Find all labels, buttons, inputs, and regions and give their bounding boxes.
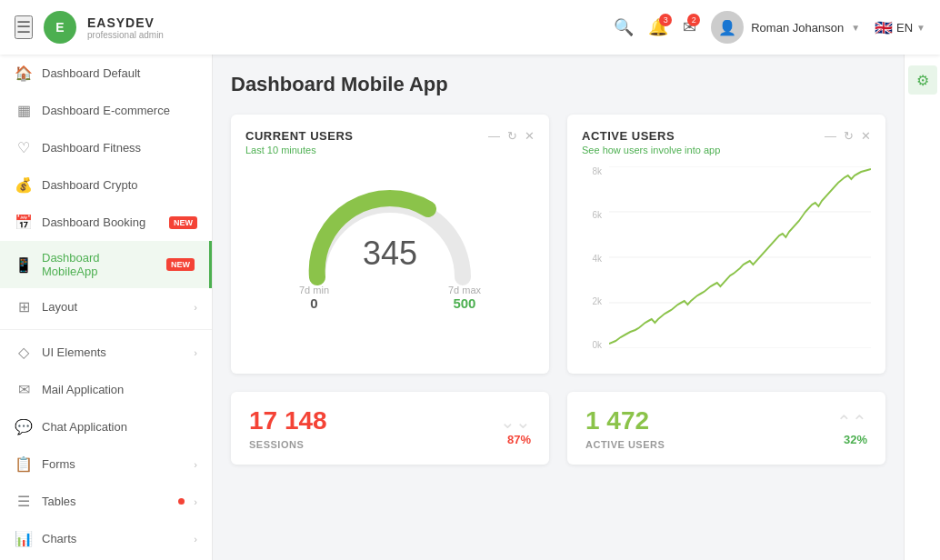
gauge-min-value: 0: [299, 295, 329, 311]
active-users-title: ACTIVE USERS: [582, 129, 720, 143]
sidebar-item-tables[interactable]: ☰ Tables ›: [0, 483, 212, 520]
y-label-6k: 6k: [592, 210, 602, 220]
minimize-button[interactable]: —: [488, 129, 500, 143]
close-button[interactable]: ✕: [525, 129, 535, 143]
stat-trend-area: ⌄⌄ 87%: [500, 411, 531, 446]
sidebar-label: Dashboard Crypto: [42, 178, 197, 192]
lang-chevron: ▼: [916, 23, 925, 33]
user-menu[interactable]: 👤 Roman Johanson ▼: [711, 11, 860, 44]
stat-info: 17 148 SESSIONS: [249, 406, 327, 450]
brand-name: EASYDEV: [87, 15, 164, 30]
sidebar-label: Charts: [42, 532, 185, 545]
gauge-max: 7d max 500: [448, 285, 481, 311]
y-label-8k: 8k: [592, 166, 602, 176]
language-selector[interactable]: 🇬🇧 EN ▼: [875, 19, 925, 36]
new-badge: NEW: [169, 216, 197, 229]
card-header: ACTIVE USERS See how users involve into …: [582, 129, 871, 155]
sidebar-item-dashboard-fitness[interactable]: ♡ Dashboard Fitness: [0, 129, 212, 166]
trend-down-icon: ⌄⌄: [500, 411, 531, 433]
sidebar-item-dashboard-booking[interactable]: 📅 Dashboard Booking NEW: [0, 204, 212, 241]
new-badge: NEW: [166, 258, 195, 271]
sidebar-label: Dashboard Default: [42, 66, 197, 80]
lang-text: EN: [896, 21, 913, 35]
right-panel: ⚙: [904, 55, 940, 560]
y-label-0k: 0k: [592, 340, 602, 350]
sidebar-label: Mail Application: [42, 383, 197, 396]
sessions-label: SESSIONS: [249, 439, 327, 450]
chevron-right-icon: ›: [194, 459, 197, 470]
sidebar-item-layout[interactable]: ⊞ Layout ›: [0, 288, 212, 325]
chat-icon: 💬: [15, 418, 33, 435]
sessions-trend-pct: 87%: [500, 433, 531, 446]
gauge-value: 345: [363, 235, 417, 273]
top-cards-row: CURRENT USERS Last 10 minutes — ↻ ✕: [231, 115, 885, 374]
sidebar-label: Layout: [42, 300, 185, 314]
crypto-icon: 💰: [15, 176, 33, 194]
y-label-4k: 4k: [592, 254, 602, 264]
sidebar-item-dashboard-ecommerce[interactable]: ▦ Dashboard E-commerce: [0, 92, 212, 129]
chevron-right-icon: ›: [194, 302, 197, 313]
current-users-title: CURRENT USERS: [245, 129, 353, 143]
card-header: CURRENT USERS Last 10 minutes — ↻ ✕: [245, 129, 535, 155]
grid-icon: ▦: [15, 102, 33, 119]
home-icon: 🏠: [15, 65, 33, 82]
notification-badge: 3: [659, 14, 672, 26]
logo-text: E: [55, 20, 64, 35]
fitness-icon: ♡: [15, 139, 33, 156]
card-actions: — ↻ ✕: [825, 129, 871, 143]
active-users-card: ACTIVE USERS See how users involve into …: [567, 115, 885, 374]
sidebar-item-mail-application[interactable]: ✉ Mail Application: [0, 371, 212, 408]
gauge-min: 7d min 0: [299, 285, 329, 311]
ui-elements-icon: ◇: [15, 344, 33, 361]
booking-icon: 📅: [15, 214, 33, 231]
refresh-button[interactable]: ↻: [844, 129, 854, 143]
sidebar-item-ui-elements[interactable]: ◇ UI Elements ›: [0, 334, 212, 371]
top-header: ☰ E EASYDEV professional admin 🔍 🔔 3 ✉ 2…: [0, 0, 940, 55]
sidebar-label: Dashboard E-commerce: [42, 104, 197, 117]
main-content: Dashboard Mobile App CURRENT USERS Last …: [213, 55, 904, 560]
close-button[interactable]: ✕: [861, 129, 871, 143]
logo: E: [44, 11, 76, 44]
hamburger-button[interactable]: ☰: [15, 15, 33, 39]
card-title-area: CURRENT USERS Last 10 minutes: [245, 129, 353, 155]
stat-trend-area: ⌃⌃ 32%: [836, 411, 867, 446]
sidebar-item-charts[interactable]: 📊 Charts ›: [0, 520, 212, 557]
sidebar-item-chat-application[interactable]: 💬 Chat Application: [0, 408, 212, 445]
card-title-area: ACTIVE USERS See how users involve into …: [582, 129, 720, 155]
brand-subtitle: professional admin: [87, 30, 164, 40]
card-actions: — ↻ ✕: [488, 129, 535, 143]
forms-icon: 📋: [15, 455, 33, 473]
minimize-button[interactable]: —: [825, 129, 836, 143]
active-users-label: ACTIVE USERS: [585, 439, 665, 450]
stats-row: 17 148 SESSIONS ⌄⌄ 87% 1 472 ACTIVE USER…: [231, 392, 885, 465]
search-button[interactable]: 🔍: [614, 17, 634, 37]
stat-info: 1 472 ACTIVE USERS: [585, 406, 665, 450]
flag-icon: 🇬🇧: [875, 19, 893, 36]
sidebar-item-forms[interactable]: 📋 Forms ›: [0, 445, 212, 483]
mail-button[interactable]: ✉ 2: [683, 17, 696, 37]
refresh-button[interactable]: ↻: [507, 129, 517, 143]
sidebar-label: Forms: [42, 457, 185, 471]
chevron-right-icon: ›: [194, 534, 197, 545]
sidebar-label: Tables: [42, 495, 169, 508]
stat-main-row: 1 472 ACTIVE USERS ⌃⌃ 32%: [585, 406, 867, 450]
body-layout: 🏠 Dashboard Default ▦ Dashboard E-commer…: [0, 55, 940, 560]
stat-main-row: 17 148 SESSIONS ⌄⌄ 87%: [249, 406, 531, 450]
settings-panel-icon[interactable]: ⚙: [908, 65, 937, 95]
sidebar-divider: [0, 329, 212, 330]
user-menu-chevron: ▼: [851, 23, 860, 33]
sidebar-label: UI Elements: [42, 345, 185, 359]
charts-icon: 📊: [15, 530, 33, 547]
line-chart-container: 8k 6k 4k 2k 0k: [582, 159, 871, 359]
sidebar-item-dashboard-crypto[interactable]: 💰 Dashboard Crypto: [0, 166, 212, 204]
brand-info: EASYDEV professional admin: [87, 15, 164, 40]
tables-dot-badge: [178, 498, 185, 505]
header-actions: 🔍 🔔 3 ✉ 2 👤 Roman Johanson ▼ 🇬🇧 EN ▼: [614, 11, 925, 44]
sidebar-item-dashboard-mobileapp[interactable]: 📱 Dashboard MobileApp NEW: [0, 241, 212, 288]
sessions-number: 17 148: [249, 406, 327, 435]
brand-area: ☰ E EASYDEV professional admin: [15, 11, 226, 44]
y-label-2k: 2k: [592, 296, 602, 306]
notifications-button[interactable]: 🔔 3: [648, 17, 668, 37]
sidebar-label: Dashboard MobileApp: [42, 251, 157, 278]
sidebar-item-dashboard-default[interactable]: 🏠 Dashboard Default: [0, 55, 212, 92]
